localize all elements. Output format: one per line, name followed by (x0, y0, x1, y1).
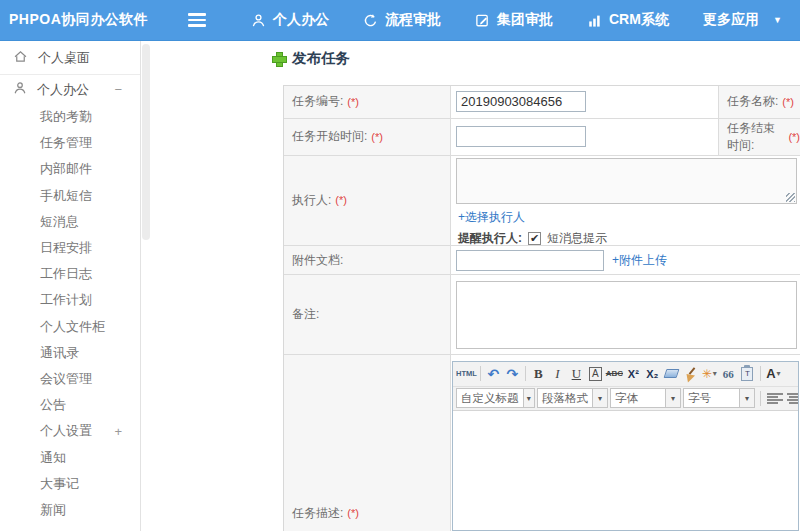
sidebar-item-news[interactable]: 新闻 (0, 497, 140, 523)
nav-crm-system[interactable]: CRM系统 (570, 0, 686, 41)
attachment-input[interactable] (456, 250, 604, 271)
collapse-icon[interactable]: − (114, 82, 122, 97)
remark-textarea[interactable] (456, 281, 797, 349)
font-size-dropdown[interactable]: 字号 ▾ (683, 388, 755, 408)
font-style-button[interactable]: A (586, 364, 605, 384)
sidebar-item-internal-mail[interactable]: 内部邮件 (0, 156, 140, 182)
sidebar-item-contacts[interactable]: 通讯录 (0, 340, 140, 366)
sidebar-item-file-cabinet[interactable]: 个人文件柜 (0, 314, 140, 340)
top-bar: PHPOA协同办公软件 个人办公 流程审批 集团审批 (0, 0, 800, 41)
sms-remind-checkbox-label: 短消息提示 (547, 230, 607, 247)
select-executor-link[interactable]: +选择执行人 (458, 209, 525, 226)
form-row-description: 任务描述: (*) HTML ↶ ↷ B I U A (284, 355, 800, 531)
main-nav: 个人办公 流程审批 集团审批 CRM系统 更多应用 (234, 0, 799, 41)
subscript-button[interactable]: X₂ (643, 364, 662, 384)
start-time-input[interactable] (456, 126, 586, 147)
nav-label: CRM系统 (609, 11, 669, 29)
remind-executor-label: 提醒执行人: (458, 230, 522, 247)
bold-button[interactable]: B (529, 364, 548, 384)
start-time-label: 任务开始时间: (292, 128, 367, 145)
align-center-icon[interactable] (787, 392, 798, 405)
app-window: PHPOA协同办公软件 个人办公 流程审批 集团审批 (0, 0, 800, 531)
nav-label: 流程审批 (385, 11, 441, 29)
superscript-button[interactable]: X² (624, 364, 643, 384)
sidebar-item-work-plan[interactable]: 工作计划 (0, 287, 140, 313)
sidebar-item-mobile-sms[interactable]: 手机短信 (0, 183, 140, 209)
nav-more-apps[interactable]: 更多应用 ▼ (686, 0, 799, 41)
executor-textarea[interactable] (456, 158, 797, 204)
sidebar-item-task-management[interactable]: 任务管理 (0, 130, 140, 156)
sidebar-item-personal-office[interactable]: 个人办公 − (0, 75, 140, 104)
form-row-task-number: 任务编号: (*) 任务名称: (*) (284, 86, 800, 119)
eraser-icon (663, 369, 679, 378)
executor-label: 执行人: (292, 192, 331, 209)
effects-button[interactable]: ✳▾ (700, 364, 719, 384)
clipboard-icon: T (741, 367, 753, 381)
required-mark: (*) (788, 131, 800, 143)
attachment-label: 附件文档: (292, 252, 343, 269)
task-name-label: 任务名称: (727, 93, 778, 110)
sidebar-item-label: 个人办公 (37, 81, 89, 99)
sidebar-item-work-log[interactable]: 工作日志 (0, 261, 140, 287)
sidebar-menu: 我的考勤 任务管理 内部邮件 手机短信 短消息 日程安排 工作日志 工作计划 个… (0, 104, 140, 523)
blockquote-button[interactable]: 66 (719, 364, 738, 384)
eraser-button[interactable] (662, 364, 681, 384)
nav-label: 更多应用 (703, 11, 759, 29)
editor-toolbar-row1: HTML ↶ ↷ B I U A ABC X² X₂ ✳ (453, 362, 798, 387)
task-number-input[interactable] (456, 91, 586, 112)
sidebar-item-major-events[interactable]: 大事记 (0, 471, 140, 497)
rich-text-editor: HTML ↶ ↷ B I U A ABC X² X₂ ✳ (452, 361, 799, 531)
form-row-attachment: 附件文档: +附件上传 (284, 246, 800, 276)
paste-button[interactable]: T (738, 364, 757, 384)
sms-remind-checkbox[interactable]: ✔ (528, 232, 541, 245)
italic-button[interactable]: I (548, 364, 567, 384)
description-label: 任务描述: (292, 505, 343, 522)
page-title: 发布任务 (272, 49, 350, 68)
sidebar-item-notification[interactable]: 通知 (0, 444, 140, 470)
editor-toolbar-row2: 自定义标题 ▾ 段落格式 ▾ 字体 ▾ 字号 ▾ (453, 387, 798, 411)
html-source-button[interactable]: HTML (456, 364, 477, 384)
font-color-button[interactable]: A▾ (764, 364, 783, 384)
redo-icon[interactable]: ↷ (503, 364, 522, 384)
caret-down-icon: ▾ (665, 389, 680, 407)
attachment-upload-link[interactable]: +附件上传 (612, 252, 667, 269)
edit-square-icon (475, 13, 490, 28)
strikethrough-button[interactable]: ABC (605, 364, 624, 384)
bar-chart-icon (587, 13, 602, 28)
paragraph-format-dropdown[interactable]: 段落格式 ▾ (537, 388, 608, 408)
sidebar-item-desktop[interactable]: 个人桌面 (0, 41, 140, 74)
add-plus-icon (272, 52, 285, 65)
sidebar-item-short-message[interactable]: 短消息 (0, 209, 140, 235)
menu-toggle-icon[interactable] (188, 13, 206, 27)
nav-label: 个人办公 (273, 11, 329, 29)
align-left-icon[interactable] (767, 392, 783, 405)
nav-personal-office[interactable]: 个人办公 (234, 0, 346, 41)
expand-icon[interactable]: + (114, 424, 122, 439)
format-brush-button[interactable] (681, 364, 700, 384)
required-mark: (*) (347, 507, 359, 519)
nav-group-approval[interactable]: 集团审批 (458, 0, 570, 41)
broom-icon (683, 367, 697, 381)
required-mark: (*) (782, 96, 794, 108)
sidebar-item-meeting-management[interactable]: 会议管理 (0, 366, 140, 392)
nav-label: 集团审批 (497, 11, 553, 29)
task-number-label: 任务编号: (292, 93, 343, 110)
form-row-remark: 备注: (284, 275, 800, 355)
sidebar-item-personal-settings[interactable]: 个人设置 + (0, 418, 140, 444)
custom-title-dropdown[interactable]: 自定义标题 ▾ (456, 388, 535, 408)
resize-grip-icon[interactable] (786, 193, 795, 202)
sidebar-scrollbar-thumb[interactable] (142, 44, 150, 240)
caret-down-icon: ▾ (592, 389, 607, 407)
sidebar-item-schedule[interactable]: 日程安排 (0, 235, 140, 261)
font-family-dropdown[interactable]: 字体 ▾ (610, 388, 681, 408)
home-icon (13, 49, 28, 67)
sidebar-item-attendance[interactable]: 我的考勤 (0, 104, 140, 130)
editor-content-area[interactable] (453, 411, 798, 530)
undo-icon[interactable]: ↶ (484, 364, 503, 384)
nav-process-approval[interactable]: 流程审批 (346, 0, 458, 41)
underline-button[interactable]: U (567, 364, 586, 384)
caret-down-icon: ▾ (523, 389, 535, 407)
form-row-start-time: 任务开始时间: (*) 任务结束时间: (*) (284, 119, 800, 156)
sidebar-item-announcement[interactable]: 公告 (0, 392, 140, 418)
required-mark: (*) (371, 131, 383, 143)
